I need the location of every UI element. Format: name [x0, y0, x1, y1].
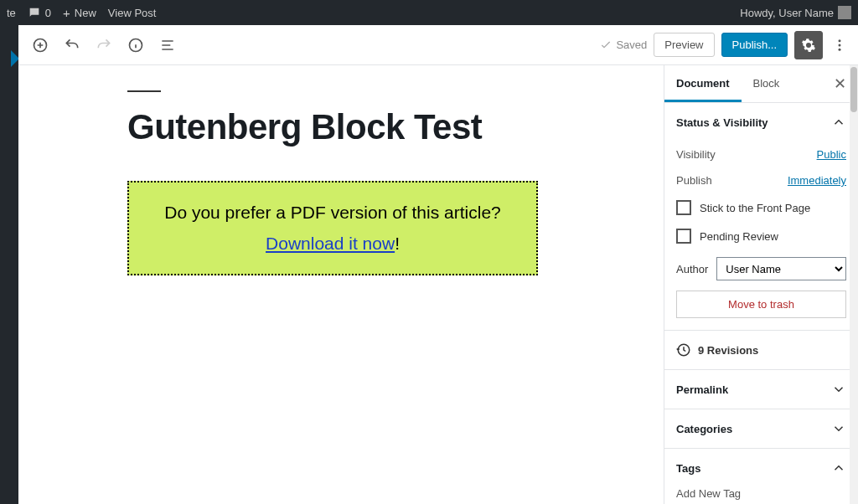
chevron-up-icon — [831, 460, 846, 476]
add-tag-label: Add New Tag — [664, 487, 858, 504]
visibility-value[interactable]: Public — [817, 148, 846, 161]
settings-sidebar: Document Block ✕ Status & Visibility Vis… — [664, 65, 858, 504]
comment-icon — [28, 6, 41, 19]
close-sidebar-button[interactable]: ✕ — [829, 71, 851, 96]
sidebar-tabs: Document Block ✕ — [664, 65, 858, 103]
tab-block[interactable]: Block — [742, 65, 792, 102]
add-block-button[interactable] — [27, 32, 54, 59]
panel-tags-header[interactable]: Tags — [664, 449, 858, 487]
new-label: New — [75, 7, 96, 19]
more-menu-button[interactable] — [830, 31, 850, 59]
scrollbar-track[interactable] — [850, 65, 858, 504]
editor-toolbar: Saved Preview Publish... — [18, 25, 858, 65]
kebab-icon — [832, 38, 847, 53]
author-label: Author — [676, 263, 708, 275]
categories-title: Categories — [676, 423, 732, 435]
panel-categories: Categories — [664, 409, 858, 449]
avatar — [838, 6, 851, 19]
permalink-title: Permalink — [676, 383, 728, 396]
panel-status-header[interactable]: Status & Visibility — [664, 103, 858, 141]
publish-row: Publish Immediately — [676, 167, 846, 193]
download-link[interactable]: Download it now — [266, 234, 395, 253]
panel-permalink: Permalink — [664, 370, 858, 409]
comments-link[interactable]: 0 — [28, 6, 51, 19]
author-select[interactable]: User Name — [716, 257, 846, 280]
move-to-trash-button[interactable]: Move to trash — [676, 291, 846, 318]
settings-button[interactable] — [794, 31, 823, 59]
info-icon — [127, 37, 144, 54]
tags-title: Tags — [676, 462, 700, 475]
redo-button[interactable] — [90, 32, 117, 59]
howdy-text: Howdy, User Name — [740, 7, 834, 19]
post-title[interactable]: Gutenberg Block Test — [127, 107, 630, 147]
plus-circle-icon — [32, 37, 49, 54]
content-row: Gutenberg Block Test Do you prefer a PDF… — [18, 65, 858, 504]
undo-icon — [64, 37, 80, 54]
outline-button[interactable] — [154, 32, 181, 59]
check-icon — [599, 39, 612, 52]
pending-checkbox[interactable] — [676, 229, 691, 244]
adminbar-right: Howdy, User Name — [740, 6, 851, 19]
callout-text-after: ! — [395, 234, 400, 253]
visibility-row: Visibility Public — [676, 141, 846, 167]
editor-canvas[interactable]: Gutenberg Block Test Do you prefer a PDF… — [18, 65, 664, 504]
publish-value[interactable]: Immediately — [788, 174, 846, 187]
comments-count: 0 — [45, 7, 51, 19]
editor-shell: Saved Preview Publish... Gutenberg Block… — [18, 25, 858, 504]
saved-indicator: Saved — [599, 39, 647, 52]
toolbar-right: Saved Preview Publish... — [599, 31, 850, 59]
howdy-link[interactable]: Howdy, User Name — [740, 6, 851, 19]
preview-button[interactable]: Preview — [654, 33, 714, 57]
pending-row[interactable]: Pending Review — [676, 222, 846, 250]
visibility-label: Visibility — [676, 148, 716, 161]
saved-label: Saved — [616, 39, 647, 51]
admin-menu-collapsed[interactable] — [0, 25, 18, 504]
panel-status-body: Visibility Public Publish Immediately St… — [664, 141, 858, 330]
svg-point-2 — [839, 39, 841, 42]
admin-bar: te 0 + New View Post Howdy, User Name — [0, 0, 858, 25]
scrollbar-thumb[interactable] — [850, 67, 857, 112]
revisions-label: Revisions — [707, 344, 758, 357]
list-icon — [159, 37, 176, 54]
gear-icon — [801, 38, 816, 53]
tab-document[interactable]: Document — [664, 65, 742, 102]
panel-revisions: 9 Revisions — [664, 331, 858, 370]
svg-point-4 — [839, 48, 841, 50]
chevron-down-icon — [831, 382, 846, 397]
view-post-link[interactable]: View Post — [108, 7, 157, 19]
undo-button[interactable] — [59, 32, 85, 59]
revisions-count: 9 — [698, 344, 704, 357]
history-icon — [676, 342, 691, 357]
svg-point-3 — [839, 44, 841, 46]
redo-icon — [96, 37, 112, 54]
publish-label: Publish — [676, 174, 712, 187]
chevron-down-icon — [831, 421, 846, 436]
publish-button[interactable]: Publish... — [721, 33, 788, 57]
callout-block[interactable]: Do you prefer a PDF version of this arti… — [127, 181, 538, 275]
info-button[interactable] — [122, 32, 149, 59]
plus-icon: + — [63, 6, 70, 20]
callout-text-before: Do you prefer a PDF version of this arti… — [164, 203, 501, 222]
toolbar-left — [27, 32, 181, 59]
stick-label: Stick to the Front Page — [700, 202, 810, 214]
new-link[interactable]: + New — [63, 6, 96, 20]
panel-categories-header[interactable]: Categories — [664, 409, 858, 448]
panel-status: Status & Visibility Visibility Public Pu… — [664, 103, 858, 331]
close-icon: ✕ — [834, 75, 846, 92]
site-link[interactable]: te — [7, 7, 16, 19]
revisions-row[interactable]: 9 Revisions — [664, 331, 858, 369]
stick-checkbox[interactable] — [676, 200, 691, 215]
pending-label: Pending Review — [700, 230, 778, 243]
adminbar-left: te 0 + New View Post — [7, 6, 156, 20]
panel-status-title: Status & Visibility — [676, 116, 768, 129]
panel-tags: Tags Add New Tag — [664, 449, 858, 504]
author-row: Author User Name — [676, 250, 846, 287]
chevron-up-icon — [831, 115, 846, 130]
panel-permalink-header[interactable]: Permalink — [664, 370, 858, 409]
stick-row[interactable]: Stick to the Front Page — [676, 193, 846, 222]
title-separator — [127, 90, 161, 92]
